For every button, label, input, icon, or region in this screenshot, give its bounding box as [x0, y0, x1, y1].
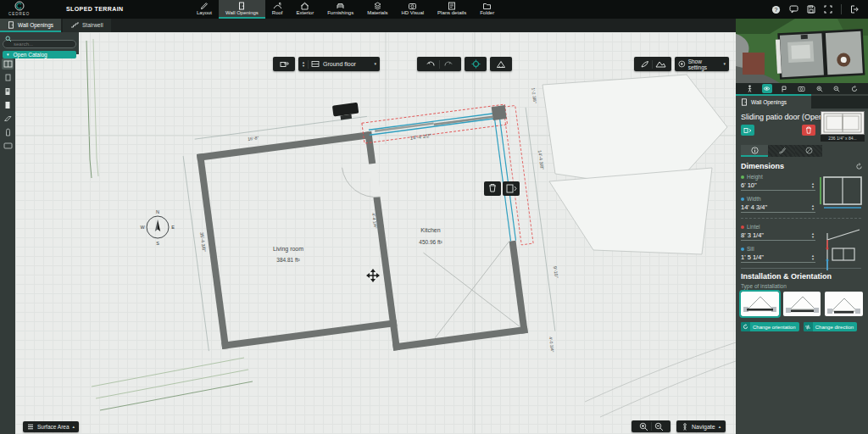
- tool-arch-door[interactable]: [2, 126, 14, 137]
- logout-icon[interactable]: [850, 5, 860, 14]
- svg-text:1'-2 3/8": 1'-2 3/8": [531, 87, 537, 103]
- reset-view-button[interactable]: [849, 84, 860, 93]
- snapshot-button[interactable]: [797, 84, 807, 93]
- exterior-icon: [300, 2, 309, 10]
- tab-options[interactable]: [795, 145, 822, 157]
- interior-door-opening[interactable]: [368, 163, 381, 198]
- save-icon[interactable]: [807, 5, 815, 14]
- tab-stairwell[interactable]: Stairwell: [63, 19, 111, 32]
- width-field[interactable]: Width 14' 4 3/4"▲▼: [741, 196, 815, 213]
- menu-item-wall-openings[interactable]: Wall Openings: [219, 0, 265, 19]
- installation-option-3[interactable]: [825, 292, 863, 316]
- opening-thumbnail[interactable]: 236 1/4" x 84...: [821, 111, 865, 142]
- cedreo-logo[interactable]: CEDREO: [8, 1, 30, 16]
- tool-garage-door[interactable]: [2, 113, 14, 124]
- plan-compare-button[interactable]: [273, 57, 295, 71]
- svg-text:?: ?: [775, 7, 778, 13]
- lintel-field[interactable]: Lintel 8' 3 1/4"▲▼: [741, 224, 815, 241]
- walkthrough-button[interactable]: [744, 84, 754, 93]
- tool-sliding-door[interactable]: [2, 99, 14, 110]
- menu-item-layout[interactable]: Layout: [190, 0, 219, 19]
- move-handle[interactable]: [365, 268, 381, 283]
- options-icon: [805, 147, 813, 154]
- zoom-in-icon[interactable]: [639, 422, 648, 431]
- help-icon[interactable]: ?: [771, 5, 781, 14]
- reset-icon[interactable]: [855, 163, 863, 170]
- lintel-dot: [741, 225, 744, 229]
- pencil-icon: [200, 2, 209, 10]
- glazed-wall-right[interactable]: [493, 105, 533, 246]
- walls[interactable]: [197, 114, 528, 373]
- compass-east: E: [171, 225, 175, 230]
- chat-icon[interactable]: [789, 5, 798, 14]
- panel-tab-label: Wall Openings: [751, 99, 787, 105]
- corner-post: [492, 105, 507, 120]
- panel-tab-wall-openings[interactable]: Wall Openings: [736, 96, 811, 108]
- locate-button[interactable]: [465, 57, 487, 71]
- redo-icon[interactable]: [442, 60, 453, 69]
- change-orientation-button[interactable]: Change orientation: [741, 322, 799, 331]
- preview-zoom-in-button[interactable]: [815, 84, 825, 93]
- panel-tab-row: Wall Openings: [736, 96, 868, 108]
- door-icon: [8, 21, 14, 29]
- sliding-patio-door-selected[interactable]: [362, 104, 508, 143]
- surface-area-label: Surface Area: [37, 424, 70, 430]
- menu-item-furnishings[interactable]: Furnishings: [320, 0, 360, 19]
- tool-small-door[interactable]: [2, 72, 14, 83]
- draw-icon[interactable]: [640, 60, 649, 69]
- measure-button[interactable]: [490, 57, 512, 71]
- chevron-up-icon: ▴: [719, 425, 721, 429]
- lintel-stepper[interactable]: ▲▼: [811, 232, 815, 239]
- surface-area-button[interactable]: Surface Area ▴: [23, 421, 79, 432]
- selection-mini-toolbar: [484, 181, 520, 196]
- menu-item-plans-details[interactable]: Plans details: [431, 0, 473, 19]
- search-input[interactable]: [3, 40, 76, 48]
- room-area: 450.96 ft²: [419, 239, 442, 245]
- room-labels: Living room 384.81 ft² Kitchen 450.96 ft…: [273, 227, 443, 263]
- plan-view-button[interactable]: [779, 84, 789, 93]
- compass-west: W: [140, 225, 145, 230]
- change-direction-button[interactable]: Change direction: [804, 322, 857, 331]
- replace-opening-button[interactable]: [741, 125, 754, 136]
- folder-icon: [482, 2, 492, 10]
- compass-south: S: [156, 241, 159, 246]
- installation-option-2[interactable]: [783, 292, 821, 316]
- open-catalog-button[interactable]: ▾ Open Catalog: [3, 51, 76, 58]
- sill-stepper[interactable]: ▲▼: [811, 254, 815, 261]
- 3d-preview[interactable]: [736, 19, 868, 83]
- tool-window[interactable]: [2, 58, 14, 70]
- plan-canvas[interactable]: 14'-4 1/2" 16'-8" 35'-4 3/8" 1'-2 3/8" 1…: [15, 32, 736, 434]
- menu-item-hd-visual[interactable]: HD Visual: [395, 0, 431, 19]
- width-stepper[interactable]: ▲▼: [811, 204, 815, 211]
- show-settings-dropdown[interactable]: Show settings ▾: [675, 57, 729, 71]
- installation-option-1[interactable]: [741, 292, 779, 316]
- delete-opening-button[interactable]: [802, 125, 815, 136]
- menu-item-exterior[interactable]: Exterior: [290, 0, 321, 19]
- tab-wall-openings[interactable]: Wall Openings: [0, 19, 61, 32]
- floor-selector[interactable]: ▲ ▼ Ground floor ▾: [298, 57, 380, 71]
- floor-plan[interactable]: 14'-4 1/2" 16'-8" 35'-4 3/8" 1'-2 3/8" 1…: [179, 79, 570, 397]
- floor-stepper[interactable]: ▲ ▼: [302, 61, 305, 68]
- tool-opening[interactable]: [2, 140, 14, 151]
- duplicate-opening-button[interactable]: [503, 181, 520, 196]
- tab-materials[interactable]: [768, 145, 795, 157]
- undo-icon[interactable]: [426, 60, 437, 69]
- cedreo-logo-icon: [14, 1, 25, 11]
- sill-field[interactable]: Sill 1' 5 1/4"▲▼: [741, 246, 815, 263]
- preview-zoom-out-button[interactable]: [832, 84, 842, 93]
- floor-icon: [311, 60, 320, 68]
- fullscreen-icon[interactable]: [824, 5, 832, 14]
- menu-item-materials[interactable]: Materials: [360, 0, 394, 19]
- menu-item-folder[interactable]: Folder: [473, 0, 501, 19]
- aerial-view-button[interactable]: [762, 84, 772, 93]
- menu-item-roof[interactable]: Roof: [265, 0, 290, 19]
- delete-opening-button[interactable]: [484, 181, 501, 196]
- height-stepper[interactable]: ▲▼: [811, 182, 815, 189]
- terrain-icon[interactable]: [655, 60, 666, 68]
- height-field[interactable]: Height 6' 10"▲▼: [741, 174, 815, 191]
- tool-door-panel[interactable]: [2, 86, 14, 97]
- tab-info[interactable]: [741, 145, 768, 157]
- orientation-icon: [741, 322, 750, 331]
- zoom-out-icon[interactable]: [654, 422, 664, 431]
- navigate-button[interactable]: Navigate ▴: [676, 420, 726, 432]
